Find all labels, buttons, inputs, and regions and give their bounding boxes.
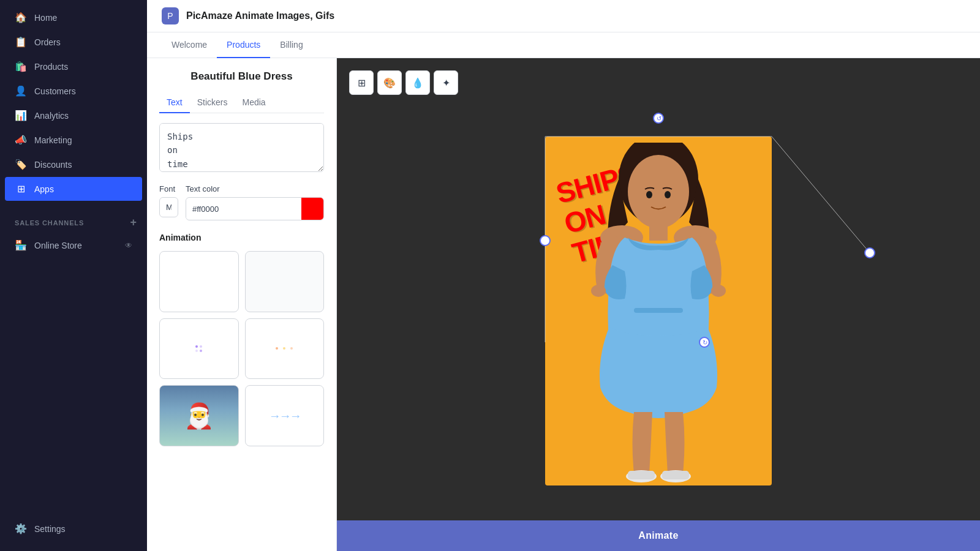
- svg-point-19: [591, 285, 606, 297]
- customers-icon: 👤: [15, 85, 27, 97]
- sidebar-label-discounts: Discounts: [34, 160, 72, 170]
- sidebar-label-orders: Orders: [34, 37, 61, 47]
- sidebar-label-home: Home: [34, 13, 57, 23]
- canvas-container: ↺ ↻ SHIPSONTIME: [545, 137, 772, 485]
- main-content: P PicAmaze Animate Images, Gifs Welcome …: [147, 0, 980, 551]
- svg-rect-17: [628, 471, 655, 479]
- sidebar-item-orders[interactable]: 📋 Orders: [5, 30, 142, 54]
- app-header: P PicAmaze Animate Images, Gifs: [147, 0, 980, 32]
- font-label: Font: [159, 184, 178, 193]
- tab-welcome[interactable]: Welcome: [162, 32, 217, 58]
- dots-purple-preview: [195, 345, 202, 352]
- app-icon: P: [162, 7, 179, 24]
- droplet-icon: 💧: [412, 77, 424, 89]
- animation-card-santa[interactable]: 🎅: [159, 385, 239, 446]
- animation-card-arrows[interactable]: →→→: [245, 385, 325, 446]
- animate-button[interactable]: Animate: [337, 520, 980, 551]
- svg-point-3: [654, 113, 663, 123]
- dots-pink-preview: [276, 347, 293, 350]
- panel-tab-media[interactable]: Media: [235, 92, 273, 113]
- svg-point-22: [665, 191, 671, 198]
- add-sales-channel-button[interactable]: +: [130, 216, 137, 229]
- apps-icon: ⊞: [15, 183, 27, 195]
- sidebar-label-marketing: Marketing: [34, 135, 72, 145]
- sales-channels-header: SALES CHANNELS +: [0, 206, 147, 233]
- palette-icon: 🎨: [383, 77, 396, 89]
- content-area: Beautiful Blue Dress Text Stickers Media…: [147, 58, 980, 551]
- font-group: Font Montserrat Bl... Montserrat Bold Ar…: [159, 184, 178, 220]
- svg-point-20: [711, 285, 726, 297]
- color-group: Text color: [186, 184, 324, 220]
- sidebar-item-home[interactable]: 🏠 Home: [5, 6, 142, 29]
- sidebar-item-analytics[interactable]: 📊 Analytics: [5, 103, 142, 127]
- svg-point-10: [628, 155, 689, 228]
- sidebar-item-customers[interactable]: 👤 Customers: [5, 79, 142, 103]
- animation-section-title: Animation: [159, 233, 324, 242]
- svg-rect-14: [634, 308, 683, 313]
- panel-tabs: Text Stickers Media: [159, 92, 324, 113]
- droplet-button[interactable]: 💧: [405, 70, 430, 95]
- sidebar-item-online-store[interactable]: 🏪 Online Store 👁: [5, 233, 142, 257]
- sidebar-item-settings[interactable]: ⚙️ Settings: [5, 517, 142, 541]
- color-swatch-button[interactable]: [301, 198, 323, 220]
- svg-rect-18: [662, 471, 689, 479]
- sidebar-item-products[interactable]: 🛍️ Products: [5, 54, 142, 78]
- panel-tab-text[interactable]: Text: [159, 92, 190, 113]
- palette-button[interactable]: 🎨: [377, 70, 402, 95]
- app-title: PicAmaze Animate Images, Gifs: [186, 10, 334, 21]
- svg-point-8: [865, 248, 875, 258]
- animation-card-4[interactable]: [245, 318, 325, 380]
- sidebar-label-settings: Settings: [34, 524, 66, 534]
- brightness-icon: ✦: [442, 77, 450, 89]
- color-hex-input[interactable]: [186, 200, 301, 219]
- settings-icon: ⚙️: [15, 523, 27, 534]
- orders-icon: 📋: [15, 36, 27, 48]
- svg-point-21: [646, 191, 652, 198]
- color-label: Text color: [186, 184, 324, 193]
- home-icon: 🏠: [15, 12, 27, 23]
- left-panel: Beautiful Blue Dress Text Stickers Media…: [147, 58, 337, 551]
- discounts-icon: 🏷️: [15, 159, 27, 170]
- model-figure: [554, 143, 763, 485]
- top-tabs: Welcome Products Billing: [147, 32, 980, 58]
- font-select[interactable]: Montserrat Bl... Montserrat Bold Arial R…: [159, 197, 178, 217]
- products-icon: 🛍️: [15, 61, 27, 72]
- sidebar-label-products: Products: [34, 62, 68, 72]
- animation-card-3[interactable]: [159, 318, 239, 380]
- tab-billing[interactable]: Billing: [270, 32, 312, 58]
- animation-card-2[interactable]: [245, 251, 325, 312]
- animation-grid: 🎅 →→→: [159, 251, 324, 446]
- marketing-icon: 📣: [15, 134, 27, 146]
- analytics-icon: 📊: [15, 110, 27, 121]
- image-canvas: SHIPSONTIME: [545, 137, 772, 485]
- canvas-area: ⊞ 🎨 💧 ✦: [337, 58, 980, 551]
- grid-button[interactable]: ⊞: [349, 70, 374, 95]
- santa-icon: 🎅: [184, 402, 214, 430]
- text-editor-input[interactable]: Ships on time: [159, 123, 324, 172]
- online-store-icon: 🏪: [15, 239, 27, 251]
- arrows-preview: →→→: [269, 409, 300, 423]
- svg-rect-11: [649, 222, 668, 241]
- animation-card-1[interactable]: [159, 251, 239, 312]
- panel-tab-stickers[interactable]: Stickers: [190, 92, 235, 113]
- sidebar-label-online-store: Online Store: [34, 241, 82, 250]
- sidebar-label-apps: Apps: [34, 184, 54, 194]
- brightness-button[interactable]: ✦: [434, 70, 458, 95]
- sidebar-item-marketing[interactable]: 📣 Marketing: [5, 128, 142, 152]
- online-store-visibility-icon[interactable]: 👁: [125, 241, 132, 250]
- sidebar-label-analytics: Analytics: [34, 111, 69, 121]
- sidebar: 🏠 Home 📋 Orders 🛍️ Products 👤 Customers …: [0, 0, 147, 551]
- sidebar-item-apps[interactable]: ⊞ Apps: [5, 177, 142, 201]
- sidebar-item-discounts[interactable]: 🏷️ Discounts: [5, 152, 142, 176]
- svg-line-1: [772, 137, 870, 253]
- model-svg: [554, 143, 763, 485]
- grid-icon: ⊞: [358, 77, 366, 89]
- canvas-toolbar: ⊞ 🎨 💧 ✦: [349, 70, 458, 95]
- svg-text:↺: ↺: [657, 115, 662, 122]
- product-title: Beautiful Blue Dress: [159, 70, 324, 83]
- tab-products[interactable]: Products: [217, 32, 270, 58]
- color-input-row: [186, 197, 324, 220]
- font-color-row: Font Montserrat Bl... Montserrat Bold Ar…: [159, 184, 324, 220]
- sidebar-label-customers: Customers: [34, 86, 76, 96]
